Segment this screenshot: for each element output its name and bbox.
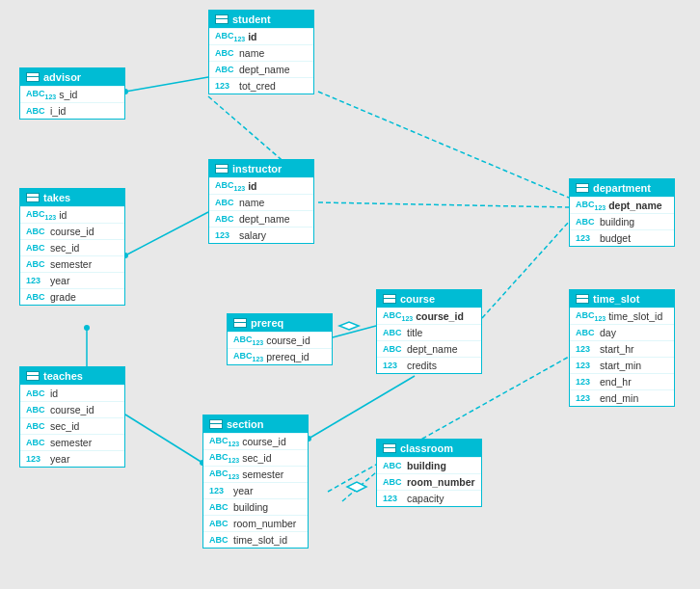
field-type-icon: ABC: [26, 292, 47, 302]
field-building: ABCbuilding: [570, 213, 674, 229]
field-type-icon: ABC: [26, 227, 47, 236]
field-course_id: ABCcourse_id: [20, 223, 124, 239]
svg-line-0: [125, 77, 208, 92]
field-name-label: building: [233, 501, 268, 513]
svg-line-3: [318, 92, 569, 198]
table-department: departmentABC123dept_nameABCbuilding123b…: [569, 178, 675, 247]
field-name-label: name: [239, 47, 264, 59]
field-type-icon: 123: [576, 361, 597, 370]
svg-line-14: [342, 472, 376, 501]
table-header-classroom: classroom: [377, 440, 481, 457]
field-year: 123year: [20, 450, 124, 467]
field-start_hr: 123start_hr: [570, 340, 674, 357]
table-name-teaches: teaches: [43, 370, 83, 382]
table-name-time_slot: time_slot: [593, 293, 639, 305]
field-id: ABCid: [20, 385, 124, 401]
field-name-label: grade: [50, 291, 76, 303]
field-room_number: ABCroom_number: [377, 473, 481, 490]
table-icon: [233, 318, 247, 328]
table-prereq: prereqABC123course_idABC123prereq_id: [227, 313, 333, 365]
field-name-label: room_number: [407, 476, 475, 488]
field-type-icon: ABC: [26, 421, 47, 431]
field-type-icon: ABC123: [209, 436, 239, 447]
field-type-icon: 123: [215, 230, 236, 240]
field-name-label: time_slot_id: [608, 310, 662, 322]
field-time_slot_id: ABC123time_slot_id: [570, 308, 674, 324]
field-type-icon: ABC: [383, 344, 404, 354]
svg-line-4: [318, 202, 569, 207]
field-type-icon: ABC123: [209, 469, 239, 480]
field-type-icon: ABC: [209, 535, 230, 545]
table-icon: [26, 193, 40, 202]
table-icon: [383, 294, 396, 304]
field-sec_id: ABC123sec_id: [203, 449, 308, 466]
field-type-icon: ABC: [576, 217, 597, 227]
field-type-icon: ABC: [383, 328, 404, 337]
table-header-time_slot: time_slot: [570, 290, 674, 308]
table-name-instructor: instructor: [232, 163, 282, 174]
field-budget: 123budget: [570, 229, 674, 246]
field-s_id: ABC123s_id: [20, 86, 124, 102]
field-name-label: start_hr: [600, 343, 634, 355]
field-name-label: i_id: [50, 105, 66, 117]
table-header-teaches: teaches: [20, 367, 124, 385]
field-dept_name: ABCdept_name: [209, 210, 313, 227]
field-year: 123year: [20, 272, 124, 288]
table-header-student: student: [209, 11, 313, 28]
field-name-label: time_slot_id: [233, 534, 287, 546]
table-header-advisor: advisor: [20, 68, 124, 86]
field-name-label: dept_name: [407, 343, 458, 355]
field-name-label: title: [407, 327, 422, 338]
field-type-icon: 123: [26, 454, 47, 464]
field-i_id: ABCi_id: [20, 102, 124, 119]
field-name-label: year: [233, 485, 253, 496]
field-name-label: sec_id: [50, 242, 79, 254]
field-sec_id: ABCsec_id: [20, 239, 124, 255]
field-name-label: course_id: [266, 335, 310, 346]
svg-line-12: [309, 376, 415, 439]
field-type-icon: ABC: [26, 405, 47, 415]
field-course_id: ABC123course_id: [228, 332, 332, 348]
table-name-classroom: classroom: [400, 442, 453, 454]
field-name: ABCname: [209, 194, 313, 210]
table-student: studentABC123idABCnameABCdept_name123tot…: [208, 10, 314, 94]
table-advisor: advisorABC123s_idABCi_id: [19, 67, 125, 120]
field-course_id: ABC123course_id: [203, 433, 308, 449]
table-name-takes: takes: [43, 192, 70, 203]
field-end_min: 123end_min: [570, 389, 674, 406]
field-name-label: tot_cred: [239, 80, 276, 92]
table-section: sectionABC123course_idABC123sec_idABC123…: [202, 415, 309, 549]
field-building: ABCbuilding: [377, 457, 481, 473]
field-type-icon: ABC: [383, 477, 404, 487]
field-name-label: course_id: [50, 404, 94, 415]
field-name-label: course_id: [416, 310, 464, 322]
field-name-label: id: [248, 180, 256, 192]
table-header-takes: takes: [20, 189, 124, 206]
field-end_hr: 123end_hr: [570, 373, 674, 389]
field-dept_name: ABCdept_name: [209, 61, 313, 77]
table-name-student: student: [232, 13, 271, 25]
field-name-label: start_min: [600, 360, 641, 371]
field-type-icon: ABC: [215, 48, 236, 58]
field-type-icon: ABC123: [209, 452, 239, 464]
field-type-icon: ABC: [215, 214, 236, 224]
field-type-icon: 123: [576, 233, 597, 243]
field-type-icon: ABC123: [215, 31, 245, 42]
field-type-icon: 123: [576, 393, 597, 403]
table-icon: [576, 183, 589, 193]
field-name-label: id: [50, 388, 58, 399]
field-name-label: name: [239, 197, 264, 208]
field-name-label: s_id: [59, 89, 77, 100]
field-dept_name: ABCdept_name: [377, 340, 481, 357]
field-semester: ABCsemester: [20, 255, 124, 272]
field-grade: ABCgrade: [20, 288, 124, 305]
table-name-department: department: [593, 182, 651, 194]
field-type-icon: 123: [576, 344, 597, 354]
field-name-label: dept_name: [239, 213, 290, 225]
field-course_id: ABC123course_id: [377, 308, 481, 324]
field-type-icon: ABC: [26, 106, 47, 116]
field-title: ABCtitle: [377, 324, 481, 340]
field-capacity: 123capacity: [377, 490, 481, 506]
field-type-icon: ABC123: [26, 89, 56, 100]
table-icon: [215, 164, 229, 174]
